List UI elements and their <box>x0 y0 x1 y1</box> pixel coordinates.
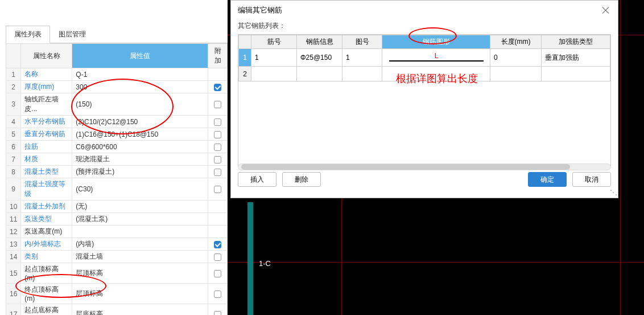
prop-name-link[interactable]: 内/外墙标志 <box>24 240 60 248</box>
checkbox[interactable] <box>214 169 221 176</box>
table-row[interactable]: 13内/外墙标志(内墙) <box>6 238 228 251</box>
dlg-col-shape[interactable]: 钢筋图形 <box>382 35 490 49</box>
svg-text:L: L <box>434 52 438 60</box>
prop-value-cell[interactable]: (1)C16@150+(1)C18@150 <box>72 128 208 141</box>
prop-value-cell[interactable]: 层底标高 <box>72 304 208 316</box>
tab-layers[interactable]: 图层管理 <box>50 26 94 43</box>
prop-value-cell[interactable] <box>72 226 208 238</box>
table-row[interactable]: 15起点顶标高(m)层顶标高 <box>6 263 228 284</box>
cell-fig[interactable]: 1 <box>342 49 382 67</box>
prop-name-link[interactable]: 混凝土外加剂 <box>24 202 65 210</box>
prop-value-cell[interactable]: (预拌混凝土) <box>72 166 208 178</box>
ok-button[interactable]: 确定 <box>528 172 567 187</box>
checkbox[interactable] <box>214 253 221 261</box>
table-row[interactable]: 9混凝土强度等级(C30) <box>6 178 228 201</box>
cell-info[interactable] <box>297 67 342 81</box>
cell-type[interactable] <box>542 67 610 81</box>
table-row[interactable]: 11泵送类型(混凝土泵) <box>6 213 228 226</box>
checkbox[interactable] <box>214 84 221 91</box>
properties-panel: 属性列表 图层管理 属性名称 属性值 附加 1名称Q-12厚度(mm)3003轴… <box>6 0 228 315</box>
prop-name-link[interactable]: 水平分布钢筋 <box>24 117 65 125</box>
prop-value-cell[interactable]: Q-1 <box>72 68 208 81</box>
prop-value-cell[interactable]: 现浇混凝土 <box>72 153 208 166</box>
delete-button[interactable]: 删除 <box>282 172 321 187</box>
cell-info[interactable]: Φ25@150 <box>297 49 342 67</box>
table-row[interactable]: 11Φ25@1501L0垂直加强筋 <box>239 49 610 67</box>
prop-value-cell[interactable]: 层顶标高 <box>72 263 208 284</box>
table-row[interactable]: 7材质现浇混凝土 <box>6 153 228 166</box>
insert-button[interactable]: 插入 <box>238 172 276 187</box>
prop-name-link[interactable]: 混凝土类型 <box>24 167 59 175</box>
prop-value-cell[interactable]: (150) <box>72 93 208 116</box>
checkbox[interactable] <box>214 118 221 126</box>
prop-name-link[interactable]: 名称 <box>24 70 38 78</box>
prop-value-cell[interactable]: 300 <box>72 81 208 93</box>
checkbox[interactable] <box>214 270 221 277</box>
prop-name-cell: 泵送类型 <box>21 213 72 226</box>
resize-handle-icon[interactable] <box>610 190 616 196</box>
prop-extra-cell <box>208 68 228 81</box>
checkbox[interactable] <box>214 291 221 298</box>
prop-name-link[interactable]: 混凝土强度等级 <box>24 180 65 198</box>
prop-value-cell[interactable]: (C30) <box>72 178 208 201</box>
table-row[interactable]: 2厚度(mm)300 <box>6 81 228 93</box>
prop-value-cell[interactable]: (混凝土泵) <box>72 213 208 226</box>
prop-value-cell[interactable]: (内墙) <box>72 238 208 251</box>
checkbox[interactable] <box>214 131 221 138</box>
prop-value-cell[interactable]: C6@600*600 <box>72 141 208 153</box>
cell-num[interactable]: 1 <box>251 49 297 67</box>
checkbox[interactable] <box>214 101 221 108</box>
table-row[interactable]: 10混凝土外加剂(无) <box>6 201 228 213</box>
table-row[interactable]: 16终点顶标高(m)层顶标高 <box>6 284 228 304</box>
cell-type[interactable]: 垂直加强筋 <box>542 49 610 67</box>
cell-shape[interactable]: L <box>382 49 490 67</box>
prop-name-link[interactable]: 类别 <box>24 252 38 260</box>
table-row[interactable]: 14类别混凝土墙 <box>6 251 228 263</box>
table-row[interactable]: 12泵送高度(m) <box>6 226 228 238</box>
table-row[interactable]: 6拉筋C6@600*600 <box>6 141 228 153</box>
checkbox[interactable] <box>214 311 221 315</box>
prop-value-cell[interactable]: 层顶标高 <box>72 284 208 304</box>
row-index: 10 <box>6 201 21 213</box>
prop-extra-cell <box>208 238 228 251</box>
prop-value-cell[interactable]: (2)C10/(2)C12@150 <box>72 116 208 128</box>
prop-value-cell[interactable]: (无) <box>72 201 208 213</box>
checkbox[interactable] <box>214 241 221 248</box>
prop-extra-cell <box>208 153 228 166</box>
cell-fig[interactable] <box>342 67 382 81</box>
prop-name-link[interactable]: 拉筋 <box>24 142 38 150</box>
prop-value-cell[interactable]: 混凝土墙 <box>72 251 208 263</box>
horizontal-scrollbar[interactable] <box>238 163 611 170</box>
wall-element[interactable] <box>247 202 253 315</box>
checkbox[interactable] <box>214 186 221 193</box>
prop-name-cell: 垂直分布钢筋 <box>21 128 72 141</box>
checkbox[interactable] <box>214 144 221 151</box>
prop-name-link[interactable]: 垂直分布钢筋 <box>24 130 65 138</box>
dlg-col-info: 钢筋信息 <box>297 35 342 49</box>
cell-len[interactable] <box>490 67 542 81</box>
cell-len[interactable]: 0 <box>490 49 542 67</box>
rebar-table-wrap: 筋号 钢筋信息 图号 钢筋图形 长度(mm) 加强筋类型 11Φ25@1501L… <box>238 34 611 166</box>
cell-num[interactable] <box>251 67 297 81</box>
close-icon[interactable] <box>601 5 611 15</box>
prop-extra-cell <box>208 141 228 153</box>
prop-extra-cell <box>208 263 228 284</box>
prop-name-link[interactable]: 泵送类型 <box>24 215 52 223</box>
table-row[interactable]: 5垂直分布钢筋(1)C16@150+(1)C18@150 <box>6 128 228 141</box>
prop-extra-cell <box>208 116 228 128</box>
checkbox[interactable] <box>214 156 221 163</box>
table-row[interactable]: 1名称Q-1 <box>6 68 228 81</box>
tab-properties[interactable]: 属性列表 <box>6 26 50 43</box>
prop-name-link[interactable]: 厚度(mm) <box>24 83 54 91</box>
table-row[interactable]: 17起点底标高(m)层底标高 <box>6 304 228 316</box>
cancel-button[interactable]: 取消 <box>572 172 611 187</box>
prop-name-link[interactable]: 材质 <box>24 155 38 163</box>
table-row[interactable]: 8混凝土类型(预拌混凝土) <box>6 166 228 178</box>
prop-name-cell: 拉筋 <box>21 141 72 153</box>
prop-extra-cell <box>208 284 228 304</box>
table-row[interactable]: 3轴线距左墙皮...(150) <box>6 93 228 116</box>
edit-other-rebar-dialog: 编辑其它钢筋 其它钢筋列表： 筋号 钢筋信息 图号 钢筋图形 长度(mm) 加强… <box>230 0 618 198</box>
table-row[interactable]: 4水平分布钢筋(2)C10/(2)C12@150 <box>6 116 228 128</box>
prop-name-cell: 混凝土类型 <box>21 166 72 178</box>
row-index: 2 <box>6 81 21 93</box>
